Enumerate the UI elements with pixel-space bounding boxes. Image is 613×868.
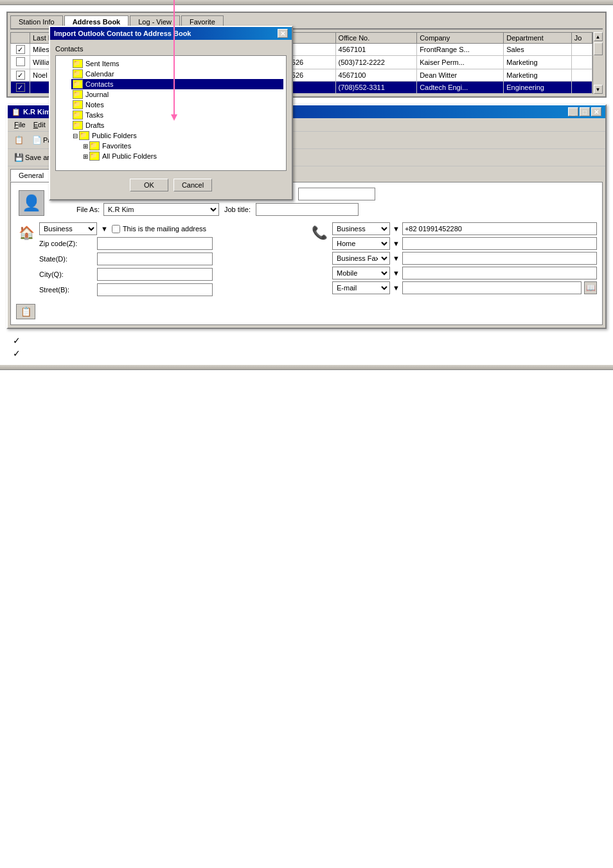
addr-type-row: Business ▼ This is the mailing address [39, 222, 304, 235]
zip-row: Zip code(Z): [39, 237, 304, 250]
street-label: Street(B): [39, 286, 97, 294]
tree-label: Contacts [85, 80, 113, 88]
phone-input-business[interactable] [402, 222, 597, 235]
zip-input[interactable] [97, 237, 213, 250]
dialog-cancel-btn[interactable]: Cancel [173, 179, 212, 191]
address-book-section: Station Info Address Book Log - View Fav… [6, 12, 607, 98]
city-input[interactable] [97, 268, 213, 281]
folder-icon: 📁 [73, 69, 83, 78]
zip-label: Zip code(Z): [39, 240, 97, 247]
minimize-btn[interactable]: _ [568, 107, 578, 116]
tree-item-allpublic[interactable]: ⊞ 📁 All Public Folders [82, 151, 283, 161]
state-input[interactable] [97, 252, 213, 265]
phone-input-mobile[interactable] [402, 267, 597, 279]
phone-input-bizfax[interactable] [402, 252, 597, 265]
address-book-icon[interactable]: 📖 [584, 281, 597, 294]
folder-icon: 📁 [73, 100, 83, 109]
phone-type-bizfax[interactable]: Business Fax [332, 252, 390, 265]
phone-row-business: Business ▼ [332, 222, 597, 235]
import-dialog: Import Outlook Contact to Address Book ✕… [49, 26, 293, 200]
tree-item-public[interactable]: ⊟ 📁 Public Folders [71, 130, 283, 141]
phone-section: 📞 Business ▼ Home [309, 222, 597, 296]
phone-dropdown-icon: ▼ [393, 269, 400, 277]
phone-dropdown-icon: ▼ [393, 225, 400, 233]
scroll-thumb[interactable] [594, 42, 603, 55]
street-input[interactable] [97, 283, 213, 296]
page: Station Info Address Book Log - View Fav… [0, 0, 613, 868]
cell-j-4 [571, 82, 592, 94]
tree-item-journal[interactable]: 📁 Journal [71, 89, 283, 100]
folder-tree[interactable]: 📁 Sent Items 📁 Calendar 📁 Contacts [55, 55, 287, 171]
scroll-down-btn[interactable]: ▼ [594, 85, 603, 94]
mailing-checkbox[interactable] [112, 225, 120, 233]
col-office: Office No. [335, 33, 417, 44]
address-icon: 🏠 [16, 222, 37, 243]
jobtitle-label: Job title: [219, 206, 256, 213]
menu-file[interactable]: File [10, 120, 30, 130]
row-check-4[interactable]: ✓ [11, 82, 30, 94]
cell-dept-4: Engineering [504, 82, 572, 94]
city-label: City(Q): [39, 270, 97, 278]
tree-item-notes[interactable]: 📁 Notes [71, 100, 283, 110]
folder-icon: 📁 [73, 80, 83, 89]
cell-office-3: 4567100 [335, 69, 417, 82]
tab-general[interactable]: General [10, 169, 52, 182]
folder-icon: 📁 [73, 121, 83, 130]
tree-item-calendar[interactable]: 📁 Calendar [71, 69, 283, 79]
tree-label: Drafts [85, 121, 104, 129]
expand-icon: ⊟ [73, 132, 78, 139]
check-item-2: ✓ [13, 348, 600, 359]
row-check-2[interactable] [11, 56, 30, 69]
phone-type-mobile[interactable]: Mobile [332, 267, 390, 279]
phone-dropdown-icon: ▼ [393, 240, 400, 247]
tree-item-sent[interactable]: 📁 Sent Items [71, 58, 283, 69]
folder-icon: 📁 [89, 152, 100, 161]
table-scrollbar[interactable]: ▲ ▼ [592, 32, 603, 94]
phone-input-email[interactable] [402, 281, 582, 294]
folder-icon: 📁 [89, 141, 100, 150]
dialog-close-btn[interactable]: ✕ [278, 29, 288, 38]
tree-item-tasks[interactable]: 📁 Tasks [71, 110, 283, 120]
clipboard-btn[interactable]: 📋 [10, 133, 27, 147]
tree-item-drafts[interactable]: 📁 Drafts [71, 120, 283, 130]
fileas-row: File As: K.R Kim Job title: [52, 203, 597, 216]
street-row: Street(B): [39, 283, 304, 296]
cell-j-1 [571, 44, 592, 56]
phone-type-business[interactable]: Business [332, 222, 390, 235]
jobtitle-input[interactable] [256, 203, 359, 216]
bottom-bar [0, 365, 613, 370]
dropdown-arrow: ▼ [101, 225, 108, 233]
phone-type-email[interactable]: E-mail [332, 281, 390, 294]
menu-edit[interactable]: Edit [30, 120, 49, 130]
expand-icon: ⊞ [83, 153, 88, 160]
fileas-select[interactable]: K.R Kim [103, 203, 219, 216]
row-check-3[interactable]: ✓ [11, 69, 30, 82]
folder-icon: 📁 [73, 90, 83, 99]
tree-item-favorites[interactable]: ⊞ 📁 Favorites [82, 141, 283, 151]
email-icon: 📋 [16, 304, 35, 319]
phone-type-home[interactable]: Home [332, 237, 390, 250]
maximize-btn[interactable]: □ [580, 107, 590, 116]
phone-icon: 📞 [309, 222, 330, 243]
addr-type-select[interactable]: Business [39, 222, 97, 235]
tree-item-contacts[interactable]: 📁 Contacts [71, 79, 283, 89]
cell-office-4: (708)552-3311 [335, 82, 417, 94]
address-left: 🏠 Business ▼ This is the mailing address [16, 222, 309, 319]
tree-label: Calendar [85, 70, 114, 78]
contact-window-icon: 📋 [12, 108, 21, 116]
company-input[interactable] [298, 188, 375, 200]
dialog-ok-btn[interactable]: OK [130, 179, 168, 191]
cell-company-1: FrontRange S... [417, 44, 504, 56]
addr-icon-row: 🏠 Business ▼ This is the mailing address [16, 222, 304, 299]
scroll-up-btn[interactable]: ▲ [594, 32, 603, 41]
row-check-1[interactable]: ✓ [11, 44, 30, 56]
contact-form: 👤 Last(G): First(M): Company: File As: [10, 182, 603, 325]
close-btn[interactable]: ✕ [591, 107, 601, 116]
clipboard-icon: 📋 [13, 135, 24, 145]
phone-input-home[interactable] [402, 237, 597, 250]
phone-dropdown-icon: ▼ [393, 254, 400, 262]
cell-office-1: 4567101 [335, 44, 417, 56]
contact-avatar[interactable]: 👤 [19, 190, 44, 216]
mailing-label: This is the mailing address [123, 225, 206, 233]
dialog-buttons: OK Cancel [55, 176, 287, 194]
